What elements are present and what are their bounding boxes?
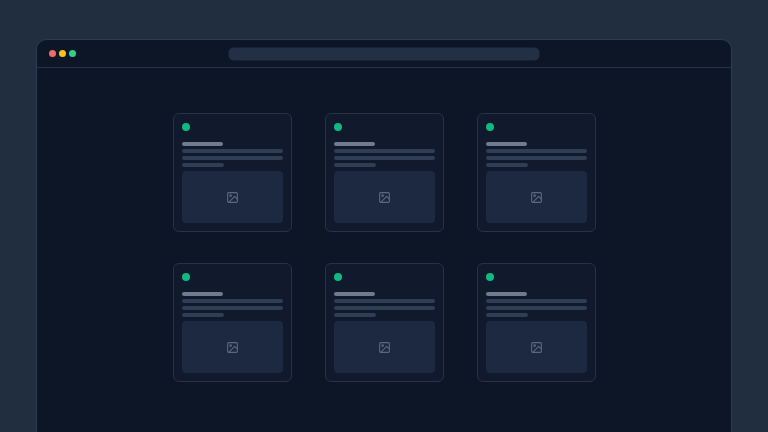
card[interactable]	[325, 113, 444, 232]
skeleton-text-line	[334, 306, 435, 310]
skeleton-text-line	[334, 163, 376, 167]
status-dot-icon	[182, 123, 190, 131]
card[interactable]	[325, 263, 444, 382]
card[interactable]	[477, 113, 596, 232]
skeleton-text-line	[182, 299, 283, 303]
minimize-button[interactable]	[59, 50, 66, 57]
status-dot-icon	[486, 273, 494, 281]
image-icon	[226, 341, 239, 354]
url-bar[interactable]	[229, 47, 540, 60]
skeleton-text-line	[334, 149, 435, 153]
status-dot-icon	[334, 273, 342, 281]
status-dot-icon	[334, 123, 342, 131]
image-icon	[378, 341, 391, 354]
browser-window	[36, 39, 732, 432]
skeleton-text-line	[182, 313, 224, 317]
image-placeholder	[486, 321, 587, 373]
skeleton-text-line	[486, 313, 528, 317]
skeleton-text-line	[182, 149, 283, 153]
window-titlebar[interactable]	[37, 40, 731, 68]
skeleton-text-line	[334, 299, 435, 303]
skeleton-text-line	[182, 156, 283, 160]
image-icon	[530, 341, 543, 354]
image-placeholder	[182, 321, 283, 373]
skeleton-text-line	[334, 156, 435, 160]
image-placeholder	[486, 171, 587, 223]
desktop-background	[0, 0, 768, 432]
status-dot-icon	[182, 273, 190, 281]
window-content	[37, 68, 731, 382]
image-placeholder	[334, 321, 435, 373]
maximize-button[interactable]	[69, 50, 76, 57]
skeleton-text-line	[486, 163, 528, 167]
card-grid	[173, 113, 596, 382]
image-placeholder	[182, 171, 283, 223]
status-dot-icon	[486, 123, 494, 131]
close-button[interactable]	[49, 50, 56, 57]
image-icon	[226, 191, 239, 204]
skeleton-text-line	[182, 163, 224, 167]
skeleton-title-line	[486, 142, 527, 146]
card[interactable]	[173, 263, 292, 382]
skeleton-title-line	[334, 292, 375, 296]
image-icon	[378, 191, 391, 204]
skeleton-text-line	[182, 306, 283, 310]
skeleton-title-line	[182, 292, 223, 296]
card[interactable]	[477, 263, 596, 382]
skeleton-text-line	[334, 313, 376, 317]
skeleton-text-line	[486, 306, 587, 310]
skeleton-title-line	[486, 292, 527, 296]
skeleton-title-line	[182, 142, 223, 146]
skeleton-text-line	[486, 299, 587, 303]
skeleton-text-line	[486, 149, 587, 153]
window-controls	[49, 50, 76, 57]
skeleton-title-line	[334, 142, 375, 146]
card[interactable]	[173, 113, 292, 232]
skeleton-text-line	[486, 156, 587, 160]
image-placeholder	[334, 171, 435, 223]
image-icon	[530, 191, 543, 204]
